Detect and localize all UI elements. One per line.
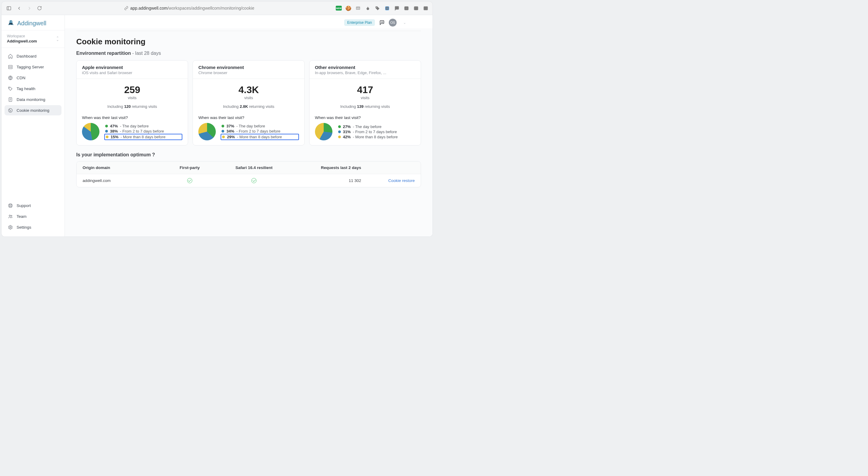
visit-unit: visits: [315, 95, 415, 100]
legend-pct: 47%: [110, 124, 118, 128]
ext-icon-box[interactable]: [384, 5, 390, 11]
implementation-table: Origin domain First-party Safari 16.4 re…: [76, 161, 421, 187]
svg-line-36: [9, 206, 10, 207]
svg-point-4: [367, 7, 369, 10]
sidebar-item-label: Settings: [17, 225, 31, 229]
sidebar-item-label: Data monitoring: [17, 97, 45, 102]
sidebar-toggle-icon[interactable]: [5, 4, 12, 12]
sidebar-item-team[interactable]: Team: [4, 211, 61, 221]
col-safari: Safari 16.4 resilient: [236, 165, 273, 170]
globe-icon: [7, 75, 13, 81]
legend-pct: 42%: [343, 135, 351, 139]
legend-row: 31% - From 2 to 7 days before: [337, 129, 415, 134]
svg-rect-19: [11, 24, 13, 25]
address-bar[interactable]: app.addingwell.com/workspaces/addingwell…: [46, 6, 333, 10]
legend-dot: [221, 130, 224, 132]
ext-icon-1[interactable]: NEW: [336, 5, 342, 11]
card-desc: In-app browsers, Brave, Edge, Firefox, .…: [315, 70, 415, 75]
cookie-restore-link[interactable]: Cookie restore: [388, 178, 415, 183]
section-heading: Environment repartition - last 28 days: [76, 51, 421, 56]
sidebar-item-datamon[interactable]: Data monitoring: [4, 94, 61, 104]
svg-point-5: [376, 7, 377, 7]
pie-chart: [315, 123, 333, 140]
svg-point-42: [382, 22, 382, 22]
chevron-down-icon[interactable]: ⌄: [400, 21, 424, 25]
plan-badge[interactable]: Enterprise Plan: [344, 19, 375, 26]
pie-legend: 37% - The day before34% - From 2 to 7 da…: [221, 124, 299, 140]
svg-point-41: [381, 22, 381, 22]
main-content: Enterprise Plan OS ⌄ Cookie monitoring E…: [65, 15, 433, 236]
url-path: /workspaces/addingwellcom/monitoring/coo…: [167, 6, 254, 10]
sidebar-item-cookiemon[interactable]: Cookie monitoring: [4, 105, 61, 116]
sidebar-item-dashboard[interactable]: Dashboard: [4, 51, 61, 61]
sidebar-item-label: Dashboard: [17, 54, 36, 58]
legend-row: 38% - From 2 to 7 days before: [104, 129, 182, 134]
sidebar-item-cdn[interactable]: CDN: [4, 73, 61, 83]
legend-text: - The day before: [236, 124, 265, 128]
clipboard-icon: [7, 97, 13, 102]
legend-pct: 38%: [110, 129, 118, 133]
sidebar-item-taghealth[interactable]: Tag health: [4, 84, 61, 94]
col-firstparty: First-party: [180, 165, 200, 170]
legend-pct: 29%: [227, 135, 235, 139]
brand-logo[interactable]: Addingwell: [1, 15, 64, 30]
legend-text: - The day before: [120, 124, 149, 128]
question-label: When was their last visit?: [198, 116, 299, 120]
legend-pct: 15%: [111, 135, 119, 139]
card-title: Other environment: [315, 65, 415, 70]
svg-point-17: [11, 21, 12, 22]
sidebar-item-settings[interactable]: Settings: [4, 222, 61, 232]
svg-point-39: [11, 215, 12, 216]
legend-row: 29% - More than 8 days before: [221, 134, 299, 140]
url-host: app.addingwell.com: [130, 6, 167, 10]
ext-icon-tag[interactable]: [374, 5, 381, 11]
sidebar-item-tagging[interactable]: Tagging Server: [4, 62, 61, 72]
legend-dot: [105, 130, 108, 132]
ext-icon-devtools[interactable]: </>: [355, 5, 361, 11]
legend-dot: [221, 125, 224, 127]
divider: [76, 31, 421, 31]
svg-line-34: [9, 204, 10, 205]
ext-icon-panel[interactable]: [422, 5, 429, 11]
nav-back-icon[interactable]: [16, 4, 23, 12]
svg-line-35: [11, 206, 12, 207]
impl-heading: Is your implementation optimum ?: [76, 152, 421, 158]
svg-point-40: [10, 227, 11, 228]
svg-point-43: [383, 22, 383, 22]
check-icon: [187, 178, 192, 183]
question-label: When was their last visit?: [82, 116, 182, 120]
svg-rect-18: [8, 24, 10, 25]
cell-requests: 11 302: [291, 178, 361, 183]
legend-row: 15% - More than 8 days before: [104, 134, 182, 140]
brand-name: Addingwell: [17, 20, 46, 27]
ext-icon-chat[interactable]: [393, 5, 400, 11]
reload-icon[interactable]: [36, 4, 43, 12]
check-icon: [251, 178, 256, 183]
sidebar-item-label: Tagging Server: [17, 65, 44, 69]
legend-row: 47% - The day before: [104, 124, 182, 129]
cookie-icon: [7, 107, 13, 113]
col-origin: Origin domain: [83, 165, 163, 170]
sidebar-item-label: CDN: [17, 75, 25, 80]
ext-icon-bug[interactable]: [364, 5, 371, 11]
svg-point-38: [9, 215, 10, 216]
workspace-switcher[interactable]: Workspace Addingwell.com ⌃⌄: [1, 30, 64, 48]
ext-icon-window[interactable]: [412, 5, 419, 11]
avatar[interactable]: OS: [389, 19, 397, 27]
ext-icon-cookie[interactable]: 🍪: [345, 5, 352, 11]
legend-dot: [338, 125, 341, 128]
ext-icon-a[interactable]: A: [403, 5, 410, 11]
legend-row: 27% - The day before: [337, 124, 415, 129]
chat-icon[interactable]: [378, 19, 385, 26]
sidebar-item-support[interactable]: Support: [4, 200, 61, 211]
home-icon: [7, 53, 13, 59]
topbar: Enterprise Plan OS ⌄: [65, 15, 433, 28]
legend-dot: [338, 135, 341, 138]
legend-text: - From 2 to 7 days before: [120, 129, 164, 133]
sidebar-item-label: Support: [17, 203, 31, 208]
server-icon: [7, 64, 13, 70]
logo-icon: [7, 19, 15, 27]
card-title: Chrome environment: [198, 65, 299, 70]
env-card: Other environment In-app browsers, Brave…: [309, 60, 421, 146]
returning-visits: Including 139 returning visits: [315, 104, 415, 109]
